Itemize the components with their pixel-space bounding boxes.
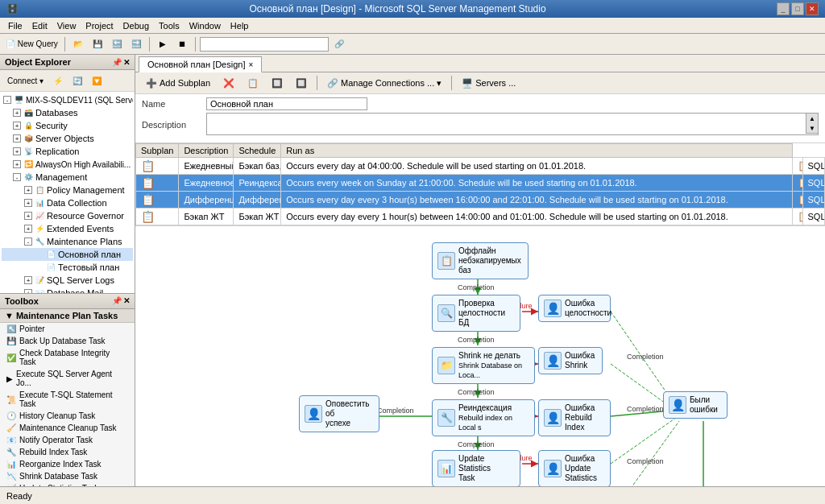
toolbox-check-integrity[interactable]: ✅ Check Database Integrity Task bbox=[0, 347, 135, 368]
menu-project[interactable]: Project bbox=[81, 19, 118, 32]
close-button[interactable]: ✕ bbox=[806, 2, 819, 15]
expand-server[interactable]: - bbox=[3, 96, 11, 104]
task-error-update-stats[interactable]: 👤 Ошибка UpdateStatistics bbox=[538, 450, 611, 486]
toolbox-pointer[interactable]: ↖️ Pointer bbox=[0, 323, 135, 335]
subplan-row-3[interactable]: 📋Бэкап ЖТБэкап ЖТOccurs every day every … bbox=[136, 209, 825, 225]
expand-extended-events[interactable]: + bbox=[24, 225, 32, 233]
toolbox-close-icon[interactable]: ✕ bbox=[123, 296, 130, 306]
expand-management[interactable]: - bbox=[13, 173, 21, 181]
expand-alwayson[interactable]: + bbox=[13, 160, 21, 168]
expand-server-objects[interactable]: + bbox=[13, 134, 21, 143]
expand-replication[interactable]: + bbox=[13, 147, 21, 155]
menu-help[interactable]: Help bbox=[226, 19, 254, 32]
subplan-row-1[interactable]: 📋Ежедневное обслуживаниеРеиндексация, ст… bbox=[136, 175, 825, 192]
menu-file[interactable]: File bbox=[3, 19, 27, 32]
name-input[interactable] bbox=[206, 97, 367, 110]
new-query-button[interactable]: 📄 New Query bbox=[3, 35, 60, 53]
toolbox-backup-db[interactable]: 💾 Back Up Database Task bbox=[0, 335, 135, 347]
toolbox-history-cleanup[interactable]: 🕐 History Cleanup Task bbox=[0, 410, 135, 422]
toolbar-btn-4[interactable]: 🔜 bbox=[127, 35, 145, 53]
tree-node-databases[interactable]: + 🗃️ Databases bbox=[2, 106, 133, 119]
toolbar-btn-7[interactable]: 🔗 bbox=[330, 35, 348, 53]
menu-tools[interactable]: Tools bbox=[154, 19, 184, 32]
tree-node-extended-events[interactable]: + ⚡ Extended Events bbox=[2, 222, 133, 235]
toolbox-update-stats[interactable]: 📈 Update Statistics Task bbox=[0, 482, 135, 486]
toolbox-notify-operator[interactable]: 📧 Notify Operator Task bbox=[0, 434, 135, 446]
scroll-down-button[interactable]: ▼ bbox=[806, 123, 818, 133]
tree-node-policy-management[interactable]: + 📋 Policy Management bbox=[2, 184, 133, 196]
tab-close-icon[interactable]: × bbox=[248, 60, 253, 69]
expand-sql-logs[interactable]: + bbox=[24, 276, 32, 284]
tree-node-security[interactable]: + 🔒 Security bbox=[2, 119, 133, 132]
description-input[interactable] bbox=[206, 113, 819, 135]
manage-connections-button[interactable]: 🔗 Manage Connections ... ▾ bbox=[321, 74, 447, 92]
toolbar-btn-2[interactable]: 💾 bbox=[89, 35, 106, 53]
pin-icon[interactable]: 📌 bbox=[112, 58, 122, 67]
menu-debug[interactable]: Debug bbox=[118, 19, 154, 32]
tree-node-database-mail[interactable]: + ✉️ Database Mail bbox=[2, 287, 133, 293]
menu-window[interactable]: Window bbox=[184, 19, 226, 32]
restore-button[interactable]: □ bbox=[791, 2, 804, 15]
task-offline[interactable]: 📋 Оффлайннебэкапируемых баз bbox=[432, 242, 529, 279]
menu-view[interactable]: View bbox=[52, 19, 81, 32]
task-shrink[interactable]: 📁 Shrink не делатьShrink Database on Loc… bbox=[432, 347, 535, 384]
toolbar-btn-1[interactable]: 📂 bbox=[69, 35, 87, 53]
toolbox-pin-icon[interactable]: 📌 bbox=[112, 296, 122, 306]
toolbox-reorganize-index[interactable]: 📊 Reorganize Index Task bbox=[0, 458, 135, 470]
toolbar-icon-4[interactable]: 🔲 bbox=[266, 74, 288, 92]
subplan-row-2[interactable]: 📋Дифференциальный бэкапДифференциальный … bbox=[136, 192, 825, 209]
task-error-shrink[interactable]: 👤 ОшибкаShrink bbox=[538, 347, 603, 374]
task-were-errors[interactable]: 👤 Былиошибки bbox=[663, 391, 728, 419]
titlebar: 🗄️ Основной план [Design] - Microsoft SQ… bbox=[0, 0, 825, 18]
toolbox-execute-tsql[interactable]: 📜 Execute T-SQL Statement Task bbox=[0, 389, 135, 410]
servers-button[interactable]: 🖥️ Servers ... bbox=[456, 74, 521, 92]
add-subplan-button[interactable]: ➕ Add Subplan bbox=[140, 74, 216, 92]
task-error-rebuild[interactable]: 👤 ОшибкаRebuild Index bbox=[538, 399, 611, 436]
subplan-row-0[interactable]: 📋Ежедневный полный бэкапБэкап баз, логов… bbox=[136, 158, 825, 175]
tree-node-osnovnoy-plan[interactable]: 📄 Основной план bbox=[2, 248, 133, 261]
minimize-button[interactable]: _ bbox=[777, 2, 790, 15]
toolbar-btn-5[interactable]: ▶ bbox=[154, 35, 172, 53]
tree-node-server-objects[interactable]: + 📦 Server Objects bbox=[2, 132, 133, 145]
tree-node-replication[interactable]: + 📡 Replication bbox=[2, 145, 133, 158]
task-notify-success[interactable]: 👤 Оповестить обуспехе bbox=[299, 395, 379, 432]
tree-node-data-collection[interactable]: + 📊 Data Collection bbox=[2, 196, 133, 209]
tree-node-testoviy-plan[interactable]: 📄 Тестовый план bbox=[2, 261, 133, 274]
toolbox-section-maintenance[interactable]: ▼ Maintenance Plan Tasks bbox=[0, 309, 135, 323]
toolbar-btn-6[interactable]: ⏹ bbox=[173, 35, 191, 53]
toolbox-execute-agent[interactable]: ▶ Execute SQL Server Agent Jo... bbox=[0, 368, 135, 389]
task-update-stats[interactable]: 📊 Update StatisticsTask bbox=[432, 450, 520, 486]
expand-security[interactable]: + bbox=[13, 122, 21, 130]
tree-node-sql-logs[interactable]: + 📝 SQL Server Logs bbox=[2, 274, 133, 287]
expand-databases[interactable]: + bbox=[13, 109, 21, 117]
server-dropdown[interactable] bbox=[200, 37, 329, 52]
toolbar-icon-3[interactable]: 📋 bbox=[242, 74, 264, 92]
expand-policy[interactable]: + bbox=[24, 186, 32, 194]
design-canvas[interactable]: Completion Completion Completion Complet… bbox=[135, 226, 825, 486]
tree-node-server[interactable]: - 🖥️ MIX-S-SQLDEV11 (SQL Serve... bbox=[2, 93, 133, 106]
toolbox-rebuild-index[interactable]: 🔧 Rebuild Index Task bbox=[0, 446, 135, 458]
toolbox-shrink-db[interactable]: 📉 Shrink Database Task bbox=[0, 470, 135, 482]
filter-button[interactable]: 🔽 bbox=[88, 72, 106, 89]
close-panel-icon[interactable]: ✕ bbox=[123, 58, 130, 67]
scroll-up-button[interactable]: ▲ bbox=[806, 114, 818, 123]
task-error-integrity[interactable]: 👤 Ошибкацелостности bbox=[538, 295, 611, 322]
design-tab[interactable]: Основной план [Design] × bbox=[139, 56, 262, 72]
connect-button[interactable]: Connect ▾ bbox=[3, 72, 48, 89]
toolbar-btn-3[interactable]: 🔙 bbox=[108, 35, 126, 53]
task-reindex[interactable]: 🔧 РеиндексацияRebuild index on Local s bbox=[432, 399, 535, 436]
tree-node-maintenance-plans[interactable]: - 🔧 Maintenance Plans bbox=[2, 235, 133, 248]
tree-node-resource-governor[interactable]: + 📈 Resource Governor bbox=[2, 209, 133, 222]
tree-node-alwayson[interactable]: + 🔁 AlwaysOn High Availabili... bbox=[2, 158, 133, 171]
menu-edit[interactable]: Edit bbox=[27, 19, 52, 32]
task-check-integrity[interactable]: 🔍 Проверкацелостности БД bbox=[432, 295, 520, 332]
expand-maintenance-plans[interactable]: - bbox=[24, 238, 32, 246]
expand-resource-governor[interactable]: + bbox=[24, 212, 32, 220]
expand-data-collection[interactable]: + bbox=[24, 199, 32, 207]
toolbar-icon-5[interactable]: 🔲 bbox=[290, 74, 313, 92]
refresh-button[interactable]: 🔄 bbox=[68, 72, 86, 89]
disconnect-button[interactable]: ⚡ bbox=[49, 72, 67, 89]
delete-button[interactable]: ❌ bbox=[218, 74, 240, 92]
tree-node-management[interactable]: - ⚙️ Management bbox=[2, 171, 133, 184]
toolbox-maintenance-cleanup[interactable]: 🧹 Maintenance Cleanup Task bbox=[0, 422, 135, 434]
